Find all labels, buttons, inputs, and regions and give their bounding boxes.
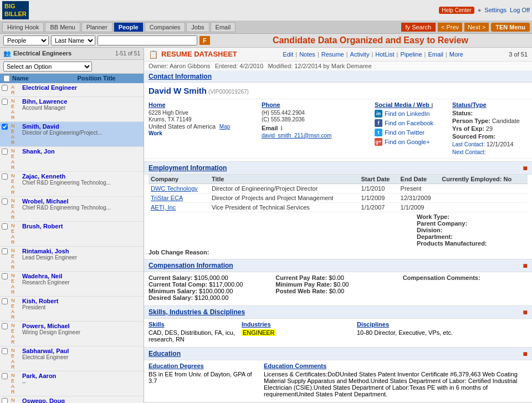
- action-dropdown[interactable]: Select an Option: [3, 62, 92, 72]
- list-item[interactable]: N EA R Wadehra, Neil Research Engineer: [0, 271, 144, 296]
- list-item-checkbox[interactable]: [2, 323, 8, 330]
- list-item-name[interactable]: Electrical Engineer: [22, 84, 77, 91]
- list-item-name[interactable]: Zajac, Kenneth: [22, 173, 65, 180]
- logoff-link[interactable]: Log Off: [510, 7, 530, 13]
- list-item-name[interactable]: Wrobel, Michael: [22, 198, 69, 205]
- list-item-checkbox[interactable]: [2, 298, 8, 305]
- map-link[interactable]: Map: [219, 124, 230, 130]
- tab-planner[interactable]: Planner: [81, 22, 112, 32]
- help-center-btn[interactable]: Help Center: [439, 7, 474, 14]
- settings-link[interactable]: Settings: [484, 7, 507, 13]
- activity-link[interactable]: Activity: [350, 51, 370, 58]
- list-item-name[interactable]: Smith, David: [22, 123, 59, 130]
- skills-section-title[interactable]: Skills, Industries & Disciplines: [149, 308, 245, 316]
- list-item[interactable]: N EA R Park, Aaron --: [0, 371, 144, 396]
- list-item-name[interactable]: Powers, Michael: [22, 323, 70, 329]
- education-section-title[interactable]: Education: [149, 350, 181, 358]
- list-item-name[interactable]: Oswego, Doug: [22, 397, 65, 403]
- select-all-checkbox[interactable]: [3, 75, 10, 82]
- emp-company-link[interactable]: DWC Technology: [151, 185, 198, 192]
- list-item-checkbox[interactable]: [2, 98, 8, 105]
- list-item-checkbox[interactable]: [2, 223, 8, 230]
- list-item-checkbox[interactable]: [2, 173, 8, 180]
- list-item[interactable]: N EA R Zajac, Kenneth Chief R&D Engineer…: [0, 171, 144, 196]
- social-col: Social Media / Web ℹ in Find on LinkedIn…: [375, 101, 450, 156]
- more-link[interactable]: More: [449, 51, 463, 58]
- education-toggle[interactable]: ■: [523, 349, 528, 358]
- list-item-name[interactable]: Brush, Robert: [22, 223, 63, 229]
- col-title-header: Position Title: [78, 75, 141, 82]
- list-item-name[interactable]: Bihn, Lawrence: [22, 98, 67, 105]
- next-contact-label[interactable]: Next Contact:: [452, 149, 486, 155]
- list-item[interactable]: N EA R Brush, Robert: [0, 221, 144, 246]
- edit-link[interactable]: Edit: [283, 51, 293, 58]
- employment-toggle[interactable]: ■: [523, 164, 528, 172]
- emp-company-link[interactable]: TriStar ECA: [151, 195, 183, 201]
- list-item[interactable]: N EA R Sabharwal, Paul Electrical Engine…: [0, 346, 144, 371]
- prev-btn[interactable]: < Prev: [438, 23, 462, 32]
- emp-company-link[interactable]: AETI, Inc: [151, 204, 176, 211]
- list-item[interactable]: N EA R Bihn, Lawrence Account Manager: [0, 96, 144, 121]
- email-link[interactable]: Email: [428, 51, 443, 58]
- list-item-name[interactable]: Sabharwal, Paul: [22, 348, 69, 354]
- list-item-name[interactable]: Kish, Robert: [22, 298, 58, 304]
- modify-search-btn[interactable]: fy Search: [401, 23, 436, 32]
- search-input[interactable]: [98, 35, 197, 45]
- list-item-checkbox[interactable]: [2, 348, 8, 355]
- list-item-checkbox[interactable]: [2, 148, 8, 155]
- list-item-checkbox[interactable]: [2, 248, 8, 255]
- list-item-name[interactable]: Wadehra, Neil: [22, 273, 62, 279]
- list-item[interactable]: N EA R Oswego, Doug Sr. Engineer: [0, 396, 144, 403]
- search-field-select[interactable]: Last Name First Name Email: [51, 35, 95, 45]
- list-item[interactable]: N EA R Rintamaki, Josh Lead Design Engin…: [0, 246, 144, 271]
- ten-menu-btn[interactable]: TEN Menu: [491, 23, 530, 32]
- next-btn[interactable]: Next >: [464, 23, 489, 32]
- pipeline-link[interactable]: Pipeline: [400, 51, 422, 58]
- emp-col-company: Company: [149, 175, 209, 184]
- list-item-checkbox[interactable]: [2, 198, 8, 205]
- employment-section-title[interactable]: Employment Information: [149, 164, 227, 172]
- logo-area: BIG BILLER: [2, 1, 29, 19]
- skills-toggle[interactable]: ■: [523, 308, 528, 317]
- list-item-checkbox[interactable]: [2, 84, 8, 91]
- list-item-name[interactable]: Shank, Jon: [22, 148, 55, 155]
- job-change-label: Job Change Reason:: [149, 249, 209, 256]
- list-item-name[interactable]: Park, Aaron: [22, 373, 56, 379]
- skills-value: CAD, DES, Distribution, FA, icu, researc…: [149, 329, 237, 343]
- list-item-checkbox[interactable]: [2, 123, 8, 130]
- tab-people[interactable]: People: [114, 22, 144, 32]
- google-link[interactable]: g+ Find on Google+: [375, 138, 450, 146]
- tab-hiring-hook[interactable]: Hiring Hook: [2, 22, 44, 32]
- list-item-name[interactable]: Rintamaki, Josh: [22, 248, 69, 254]
- tab-bb-menu[interactable]: BB Menu: [45, 22, 80, 32]
- hotlist-link[interactable]: HotList: [375, 51, 394, 58]
- tab-jobs[interactable]: Jobs: [186, 22, 209, 32]
- facebook-link[interactable]: f Find on Facebook: [375, 119, 450, 127]
- list-item[interactable]: N EA R Smith, David Director of Engineer…: [0, 121, 144, 146]
- list-item[interactable]: N EA R Powers, Michael Wiring Design Eng…: [0, 321, 144, 346]
- list-item[interactable]: N EA R Shank, Jon: [0, 146, 144, 171]
- list-item[interactable]: N EA R Wrobel, Michael Chief R&D Enginee…: [0, 196, 144, 221]
- search-type-select[interactable]: People Companies Jobs: [3, 35, 49, 45]
- email-label: Email: [262, 125, 278, 131]
- tab-email[interactable]: Email: [211, 22, 236, 32]
- notes-link[interactable]: Notes: [299, 51, 315, 58]
- linkedin-link[interactable]: in Find on LinkedIn: [375, 110, 450, 118]
- list-item[interactable]: N EA R Kish, Robert President: [0, 296, 144, 321]
- list-item[interactable]: A R Electrical Engineer: [0, 83, 144, 97]
- list-item-checkbox[interactable]: [2, 373, 8, 380]
- list-item-title: Wiring Design Engineer: [22, 329, 111, 335]
- list-item-badge: N EA R: [9, 296, 21, 321]
- list-item-checkbox[interactable]: [2, 273, 8, 280]
- last-contact-label[interactable]: Last Contact:: [452, 141, 485, 147]
- resume-link[interactable]: Resume: [321, 51, 344, 58]
- list-item-checkbox[interactable]: [2, 397, 8, 403]
- twitter-link[interactable]: t Find on Twitter: [375, 129, 450, 136]
- compensation-section-title[interactable]: Compensation Information: [149, 262, 233, 269]
- search-submit-btn[interactable]: F: [200, 36, 210, 45]
- tab-companies[interactable]: Companies: [145, 22, 186, 32]
- email-address[interactable]: david_smith_211@msn.com: [262, 132, 331, 139]
- count-badge: 1-51 of 51: [115, 50, 140, 57]
- contact-section-title[interactable]: Contact Information: [149, 73, 212, 80]
- compensation-toggle[interactable]: ■: [523, 261, 528, 270]
